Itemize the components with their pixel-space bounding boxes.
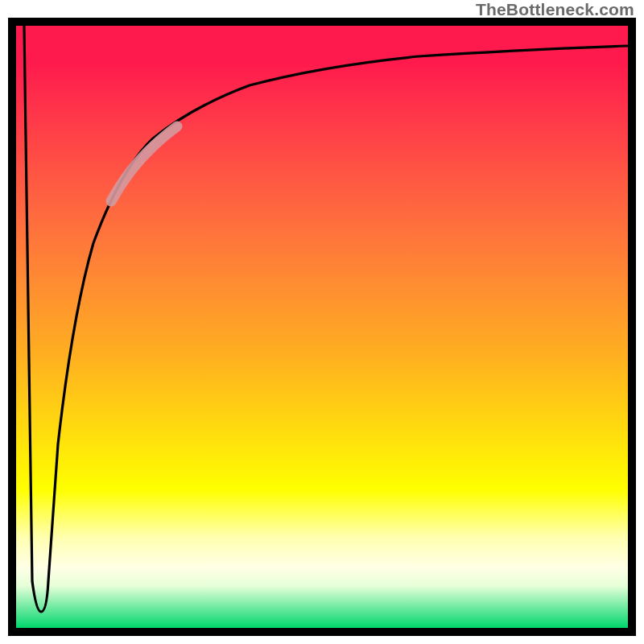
- chart-root: TheBottleneck.com: [0, 0, 644, 644]
- highlight-overlay-icon: [111, 126, 177, 201]
- bottleneck-curve: [24, 26, 628, 612]
- attribution-label: TheBottleneck.com: [476, 0, 634, 19]
- curve-layer: [16, 26, 628, 628]
- plot-frame: [8, 18, 636, 636]
